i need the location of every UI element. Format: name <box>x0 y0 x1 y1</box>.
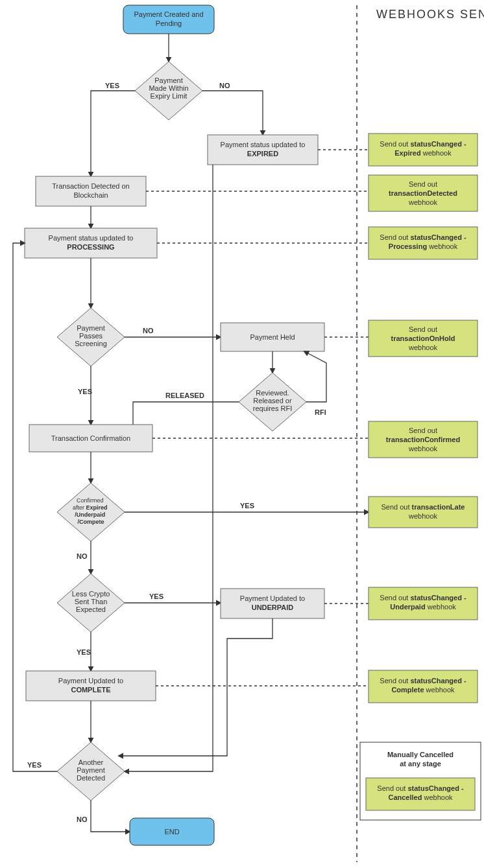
svg-text:PaymentMade WithinExpiry Limit: PaymentMade WithinExpiry Limit <box>149 76 188 100</box>
flow-diagram: WEBHOOKS SENT Payment Created andPending… <box>0 0 484 868</box>
decision-expiry: PaymentMade WithinExpiry Limit <box>135 62 202 120</box>
node-end: END <box>130 818 214 845</box>
webhook-underpaid: Send out statusChanged -Underpaid webhoo… <box>369 587 478 620</box>
node-expired: Payment status updated toEXPIRED <box>208 135 318 165</box>
decision-under: Less CryptoSent ThanExpected <box>57 574 125 632</box>
node-underpaid: Payment Updated toUNDERPAID <box>221 589 324 618</box>
node-held: Payment Held <box>221 323 324 351</box>
label-yes-4: YES <box>149 592 163 600</box>
node-confirmation: Transaction Confirmation <box>29 425 152 452</box>
decision-late: Confirmed after Expired /Underpaid /Comp… <box>57 483 125 541</box>
svg-text:END: END <box>164 828 179 836</box>
node-complete: Payment Updated toCOMPLETE <box>26 671 156 701</box>
webhook-detected: Send outtransactionDetectedwebhook <box>369 175 478 211</box>
label-yes-6: YES <box>27 761 42 769</box>
svg-text:Payment Held: Payment Held <box>250 333 295 341</box>
node-processing: Payment status updated toPROCESSING <box>25 228 157 258</box>
label-yes-5: YES <box>77 648 91 656</box>
decision-another: AnotherPaymentDetected <box>57 742 125 801</box>
label-no-4: NO <box>77 815 88 823</box>
label-released: RELEASED <box>165 392 204 399</box>
svg-text:Confirmed
    after Expired
  : Confirmed after Expired /Underpaid /Comp… <box>73 497 109 525</box>
webhook-processing: Send out statusChanged -Processing webho… <box>369 227 478 259</box>
label-no-3: NO <box>77 552 88 560</box>
svg-text:Transaction Confirmation: Transaction Confirmation <box>51 434 130 442</box>
svg-text:PaymentPassesScreening: PaymentPassesScreening <box>75 324 107 347</box>
label-yes-3: YES <box>240 502 254 510</box>
label-yes-2: YES <box>78 388 92 395</box>
manual-cancelled-panel: Manually Cancelledat any stage Send out … <box>360 742 481 820</box>
webhook-expired: Send out statusChanged -Expired webhook <box>369 134 478 166</box>
label-no: NO <box>219 82 230 89</box>
node-detected: Transaction Detected onBlockchain <box>36 176 146 206</box>
label-yes: YES <box>105 82 119 89</box>
label-no-2: NO <box>143 327 154 334</box>
webhook-confirmed: Send outtransactionConfirmedwebhook <box>369 421 478 458</box>
decision-review: Reviewed.Released orrequires RFI <box>239 373 306 431</box>
webhook-late: Send out transactionLatewebhook <box>369 497 478 528</box>
webhook-onhold: Send outtransactionOnHoldwebhook <box>369 320 478 357</box>
webhook-complete: Send out statusChanged -Complete webhook <box>369 670 478 703</box>
decision-screening: PaymentPassesScreening <box>57 308 125 366</box>
svg-text:Less CryptoSent ThanExpected: Less CryptoSent ThanExpected <box>72 590 110 613</box>
label-rfi: RFI <box>315 408 326 416</box>
svg-text:Reviewed.Released orrequires R: Reviewed.Released orrequires RFI <box>253 389 293 412</box>
webhooks-heading: WEBHOOKS SENT <box>376 8 484 21</box>
node-start: Payment Created andPending <box>123 5 214 34</box>
svg-text:AnotherPaymentDetected: AnotherPaymentDetected <box>77 758 105 782</box>
